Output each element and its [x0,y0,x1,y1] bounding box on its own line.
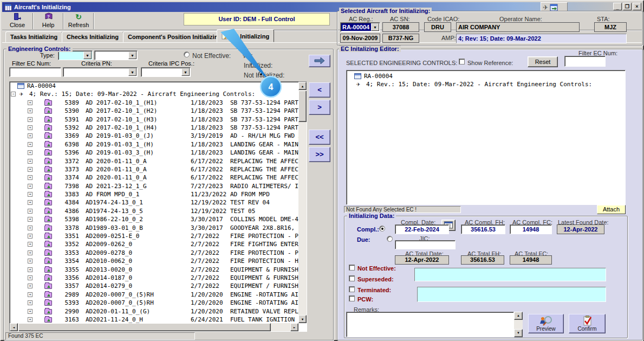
tree-row[interactable]: +3378AD1989-03-01_0_B3/30/2017GOODYEAR 2… [10,224,298,232]
help-button[interactable]: ? Help [34,12,63,29]
expand-icon[interactable]: + [28,217,32,222]
ac-compl-fh-field[interactable]: 35616.53 [461,224,505,234]
tab-checks-initializing[interactable]: Checks Initializing [62,31,123,42]
show-reference-checkbox[interactable] [459,59,465,65]
tab-tasks-initializing[interactable]: Tasks Initializing [5,31,62,42]
remarks-textarea[interactable] [346,312,514,337]
tree-row[interactable]: +3369AD 2019-01-03_0_(J)3/19/2019AD - RH… [10,132,298,140]
tree-row[interactable]: +3353AD2009-0278_02/7/2022FIRE PROTECTIO… [10,249,298,257]
expand-icon[interactable]: + [28,309,32,314]
expand-icon[interactable]: + [28,167,32,172]
remarks-scrollbar[interactable]: ▲ ▼ [514,312,523,337]
criteria-pn-combo[interactable]: ▼ [63,67,138,77]
preview-button[interactable]: Preview [528,314,564,333]
tree-row[interactable]: +2989AD2020-0007_0_(5)RH1/20/2020ENGINE … [10,291,298,299]
chevron-down-icon[interactable]: ▼ [83,52,92,59]
confirm-button[interactable]: Confirm [569,314,606,333]
chevron-down-icon[interactable]: ▼ [371,23,379,31]
criteria-ipc-combo[interactable]: ▼ [141,67,191,77]
tree-row[interactable]: +3163AD2021-11-24_0_H6/24/2021FUEL TANK … [10,316,298,323]
type-value-combo[interactable]: ▼ [94,50,138,60]
move-right-arrow-button[interactable] [309,55,330,67]
tree-row[interactable]: +3383AD FROM MPD_0_111/23/2022AD FROM MP… [10,190,298,198]
tree-row[interactable]: +3357AD2014-0279_02/7/2022EQUIPMENT / FU… [10,282,298,290]
expand-icon[interactable]: + [28,100,32,105]
expand-icon[interactable]: + [28,292,32,297]
expand-icon[interactable]: + [28,317,32,322]
editor-filter-ec-input[interactable] [564,56,606,67]
vertical-scrollbar[interactable]: ▲ ▼ [298,82,307,323]
tree-row[interactable]: +5392AD 2017-02-10_1_(H4)1/18/2023SB 737… [10,124,298,132]
close-window-button[interactable]: × [633,3,641,10]
expand-icon[interactable]: + [28,184,32,189]
tree-row[interactable]: +3373AD 2020-01-11_0_A6/17/2022REPLACING… [10,165,298,173]
minimize-button[interactable]: _ [613,3,622,10]
scroll-down-button[interactable]: ▼ [514,329,523,337]
expand-icon[interactable]: + [28,259,32,263]
move-all-left-button[interactable]: << [309,130,330,145]
pcw-checkbox[interactable] [349,295,355,301]
tree-row[interactable]: +3352AD2009-0262_02/7/2022FIRE FIGHTING … [10,240,298,248]
horizontal-scroll-thumb[interactable] [18,323,271,331]
tree-row[interactable]: +5396AD 2019-01-03_3_(H)1/18/2023LANDING… [10,149,298,157]
expand-icon[interactable]: + [28,226,32,230]
ac-reg-combo[interactable]: RA-00004 ▼ [340,22,380,32]
export-window-icon[interactable] [550,4,558,11]
expand-icon[interactable]: + [28,242,32,247]
expand-icon[interactable]: + [28,159,32,164]
tree-row[interactable]: +5391AD 2017-02-10_1_(H3)1/18/2023SB 737… [10,115,298,124]
chevron-down-icon[interactable]: ▼ [128,52,136,59]
superseded-field[interactable] [414,268,606,281]
attach-button[interactable]: Attach [597,205,626,214]
tree-amp-row[interactable]: ✈ 4; Rev.: 15; Date: 09-Mar-2022 - Aircr… [347,80,625,88]
chevron-down-icon[interactable]: ▼ [181,68,190,76]
expand-icon[interactable]: + [28,192,32,197]
scroll-up-button[interactable]: ▲ [514,312,523,320]
tab-ec-initializing[interactable]: EC Initializing [217,29,274,42]
scroll-down-button[interactable]: ▼ [298,315,307,323]
tree-row[interactable]: +3355AD2013-0020_02/7/2022EQUIPMENT & FU… [10,266,298,274]
jic-input[interactable] [395,240,456,249]
move-all-right-button[interactable]: >> [309,147,330,162]
tree-row[interactable]: +4384AD1974-24-13_0_112/19/2022TEST REV … [10,198,298,207]
close-button[interactable]: Close [3,12,32,29]
tree-amp-row[interactable]: − ✈ 4; Rev.: 15; Date: 09-Mar-2022 - Air… [10,90,298,98]
scroll-right-button[interactable]: ► [290,323,298,331]
tree-root-row[interactable]: RA-00004 [347,72,625,80]
filter-ec-num-input[interactable] [9,67,61,77]
expand-icon[interactable]: + [28,150,32,155]
plane-icon[interactable]: ✈ [543,4,548,11]
ac-compl-fc-field[interactable]: 14948 [510,224,552,234]
tree-row[interactable]: +3356AD2014-0187_02/7/2022EQUIPMENT & FU… [10,274,298,282]
chevron-down-icon[interactable]: ▼ [128,68,136,76]
tree-row[interactable]: +5398AD1986-22-10_0_23/30/2017COLLINS MO… [10,215,298,223]
tree-row[interactable]: +7398AD 2021-23-12_1_G7/27/2023RADIO ALT… [10,182,298,190]
tree-row[interactable]: +2990AD2020-01-11_0_(G)1/20/2020RETAINED… [10,307,298,316]
tree-row[interactable]: +4386AD1974-24-13_0_512/19/2022TEST 05 [10,207,298,215]
expand-icon[interactable]: + [28,284,32,288]
not-effective-checkbox[interactable] [349,265,355,271]
tree-root-row[interactable]: RA-00004 [10,82,298,90]
expand-icon[interactable]: + [28,234,32,239]
tree-row[interactable]: +3372AD 2020-01-11_0_A6/17/2022REPLACING… [10,157,298,165]
horizontal-scrollbar[interactable]: ◄ ► [10,323,298,331]
expand-icon[interactable]: + [28,250,32,255]
pcw-field[interactable] [417,287,606,302]
tree-row[interactable]: +5393AD2020-0007_0_(5)RH1/20/2020ENGINE … [10,299,298,307]
tree-row[interactable]: +6398AD 2019-01-03_1_(H)1/18/2023LANDING… [10,140,298,149]
tree-row[interactable]: +3374AD 2020-01-11_0_A6/17/2022REPLACING… [10,173,298,182]
expand-icon[interactable]: + [28,117,32,122]
refresh-button[interactable]: ↻ Refresh [64,12,93,29]
terminated-checkbox[interactable] [349,286,355,292]
collapse-icon[interactable]: − [11,92,16,96]
expand-icon[interactable]: + [28,209,32,214]
tree-row[interactable]: +3351AD2009-0251-E_02/7/2022FIRE PROTECT… [10,232,298,240]
expand-icon[interactable]: + [28,267,32,272]
tree-row[interactable]: +3354AD2010-0062_02/7/2022FIRE PROTECTIO… [10,257,298,265]
expand-icon[interactable]: + [28,300,32,305]
not-effective-radio[interactable] [184,52,190,57]
vertical-scroll-thumb[interactable] [298,91,307,122]
scroll-up-button[interactable]: ▲ [298,82,307,90]
expand-icon[interactable]: + [28,133,32,138]
restore-button[interactable]: ❐ [623,3,632,10]
